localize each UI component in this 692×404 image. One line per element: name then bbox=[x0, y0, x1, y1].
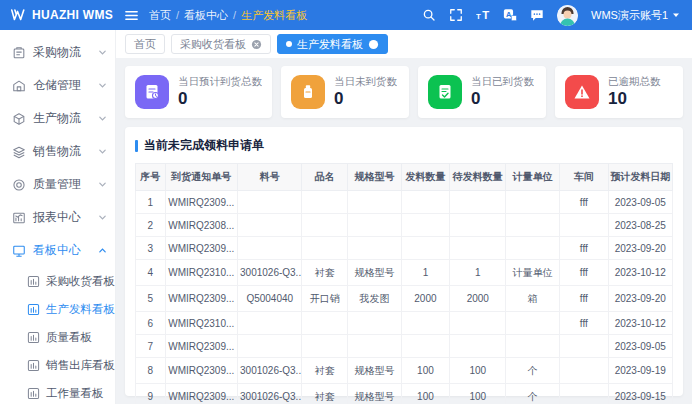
table-cell: 1 bbox=[401, 260, 449, 286]
sidebar-subitem-生产发料看板[interactable]: 生产发料看板 bbox=[0, 295, 115, 323]
sidebar-item-销售物流[interactable]: 销售物流 bbox=[0, 135, 115, 168]
table-row[interactable]: 2WMIRQ2308...2023-08-25 bbox=[136, 214, 673, 237]
table-cell bbox=[348, 191, 402, 214]
table-cell: fff bbox=[560, 286, 608, 312]
table-cell: WMIRQ2309... bbox=[165, 358, 237, 384]
table-cell bbox=[560, 335, 608, 358]
close-tab-icon[interactable] bbox=[251, 39, 262, 50]
breadcrumb-item[interactable]: 首页 bbox=[149, 8, 171, 23]
user-menu[interactable]: WMS演示账号1 bbox=[591, 8, 680, 23]
tab-采购收货看板[interactable]: 采购收货看板 bbox=[171, 34, 271, 54]
avatar[interactable] bbox=[557, 5, 578, 26]
table-row[interactable]: 4WMIRQ2310...3001026-Q3...衬套规格型号11计量单位ff… bbox=[136, 260, 673, 286]
stat-label: 已逾期总数 bbox=[608, 75, 661, 89]
table-cell bbox=[560, 358, 608, 384]
stat-cards-row: 当日预计到货总数0当日未到货数0当日已到货数0已逾期总数10 bbox=[125, 66, 683, 118]
table-row[interactable]: 6WMIRQ2310...fff2023-10-12 bbox=[136, 312, 673, 335]
table-cell bbox=[302, 335, 348, 358]
table-cell bbox=[450, 214, 506, 237]
tab-首页[interactable]: 首页 bbox=[125, 34, 165, 54]
table-cell: 2000 bbox=[450, 286, 506, 312]
table-cell: 规格型号 bbox=[348, 384, 402, 404]
table-cell bbox=[238, 237, 302, 260]
sidebar-subitem-采购收货看板[interactable]: 采购收货看板 bbox=[0, 267, 115, 295]
stat-card-当日预计到货总数: 当日预计到货总数0 bbox=[125, 66, 272, 118]
sidebar-item-label: 生产物流 bbox=[33, 110, 81, 127]
table-cell: 5 bbox=[136, 286, 166, 312]
table-row[interactable]: 8WMIRQ2309...3001026-Q3...衬套规格型号100100个2… bbox=[136, 358, 673, 384]
table-cell: 我发图 bbox=[348, 286, 402, 312]
table-cell: fff bbox=[560, 191, 608, 214]
table-cell bbox=[302, 214, 348, 237]
table-cell: 3001026-Q3... bbox=[238, 260, 302, 286]
table-header-row: 序号到货通知单号料号品名规格型号发料数量待发料数量计量单位车间预计发料日期 bbox=[136, 164, 673, 191]
sidebar-item-生产物流[interactable]: 生产物流 bbox=[0, 102, 115, 135]
table-row[interactable]: 1WMIRQ2309...fff2023-09-05 bbox=[136, 191, 673, 214]
sidebar-subitem-label: 工作量看板 bbox=[46, 386, 104, 401]
package-icon bbox=[291, 75, 325, 109]
sidebar-subitem-销售出库看板[interactable]: 销售出库看板 bbox=[0, 351, 115, 379]
sidebar-subitem-工作量看板[interactable]: 工作量看板 bbox=[0, 379, 115, 404]
table-row[interactable]: 3WMIRQ2309...fff2023-09-20 bbox=[136, 237, 673, 260]
board-icon bbox=[27, 387, 40, 400]
table-cell: 8 bbox=[136, 358, 166, 384]
table-cell: 规格型号 bbox=[348, 260, 402, 286]
stat-card-已逾期总数: 已逾期总数10 bbox=[555, 66, 683, 118]
sidebar-item-看板中心[interactable]: 看板中心 bbox=[0, 234, 115, 267]
table-row[interactable]: 7WMIRQ2309...2023-09-05 bbox=[136, 335, 673, 358]
collapse-menu-icon[interactable] bbox=[124, 8, 139, 23]
sidebar-item-报表中心[interactable]: 报表中心 bbox=[0, 201, 115, 234]
table-row[interactable]: 9WMIRQ2309...3001026-Q3...衬套规格型号100100个2… bbox=[136, 384, 673, 404]
breadcrumb-item[interactable]: 看板中心 bbox=[184, 8, 228, 23]
translate-icon[interactable]: A bbox=[503, 8, 517, 22]
table-cell bbox=[450, 191, 506, 214]
sidebar-item-仓储管理[interactable]: 仓储管理 bbox=[0, 69, 115, 102]
table-cell: 7 bbox=[136, 335, 166, 358]
table-cell: 3001026-Q3... bbox=[238, 384, 302, 404]
sidebar-subitem-质量看板[interactable]: 质量看板 bbox=[0, 323, 115, 351]
table-cell: 2000 bbox=[401, 286, 449, 312]
table-cell: 2023-09-20 bbox=[608, 286, 673, 312]
font-size-icon[interactable]: TT bbox=[476, 8, 490, 22]
main-area: 首页采购收货看板生产发料看板 当日预计到货总数0当日未到货数0当日已到货数0已逾… bbox=[116, 30, 692, 404]
table-cell bbox=[506, 214, 560, 237]
table-cell: 开口销 bbox=[302, 286, 348, 312]
table-cell: 2023-08-25 bbox=[608, 214, 673, 237]
warning-icon bbox=[565, 75, 599, 109]
table-cell bbox=[401, 237, 449, 260]
procurement-icon bbox=[12, 46, 26, 60]
table-cell: fff bbox=[560, 260, 608, 286]
table-cell bbox=[401, 191, 449, 214]
search-icon[interactable] bbox=[422, 8, 436, 22]
table-cell: 1 bbox=[450, 260, 506, 286]
fullscreen-icon[interactable] bbox=[449, 8, 463, 22]
column-header-预计发料日期: 预计发料日期 bbox=[608, 164, 673, 191]
chevron-down-icon bbox=[98, 48, 107, 57]
close-tab-icon[interactable] bbox=[368, 39, 379, 50]
table-cell bbox=[238, 312, 302, 335]
table-cell: WMIRQ2309... bbox=[165, 191, 237, 214]
table-cell: 100 bbox=[450, 358, 506, 384]
table-row[interactable]: 5WMIRQ2309...Q5004040开口销我发图20002000箱fff2… bbox=[136, 286, 673, 312]
table-cell bbox=[238, 335, 302, 358]
table-cell: WMIRQ2310... bbox=[165, 260, 237, 286]
sidebar-item-采购物流[interactable]: 采购物流 bbox=[0, 36, 115, 69]
message-icon[interactable] bbox=[530, 8, 544, 22]
sidebar-item-质量管理[interactable]: 质量管理 bbox=[0, 168, 115, 201]
breadcrumb-item[interactable]: 生产发料看板 bbox=[241, 8, 307, 23]
title-accent-bar bbox=[135, 140, 138, 152]
sales-icon bbox=[12, 145, 26, 159]
table-cell: 2023-10-12 bbox=[608, 312, 673, 335]
sidebar-subitem-label: 销售出库看板 bbox=[46, 358, 115, 373]
table-cell: 2 bbox=[136, 214, 166, 237]
tab-bar: 首页采购收货看板生产发料看板 bbox=[116, 30, 692, 58]
stat-meta: 当日未到货数0 bbox=[334, 75, 397, 109]
column-header-待发料数量: 待发料数量 bbox=[450, 164, 506, 191]
table-cell bbox=[302, 237, 348, 260]
table-cell bbox=[560, 214, 608, 237]
quality-icon bbox=[12, 178, 26, 192]
board-icon bbox=[27, 275, 40, 288]
content-area: 当日预计到货总数0当日未到货数0当日已到货数0已逾期总数10 当前未完成领料申请… bbox=[116, 58, 692, 404]
stat-value: 0 bbox=[334, 89, 397, 109]
tab-生产发料看板[interactable]: 生产发料看板 bbox=[277, 34, 388, 54]
